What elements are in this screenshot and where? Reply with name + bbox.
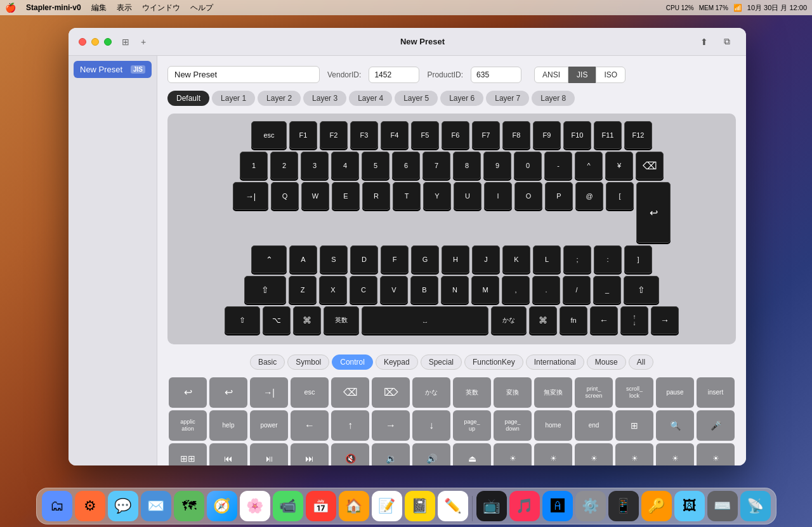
key-o[interactable]: O [514,182,542,210]
key-l[interactable]: L [533,245,561,273]
key-7[interactable]: 7 [422,152,450,179]
tab-layer4[interactable]: Layer 4 [349,91,392,106]
key-arrow-updown[interactable]: ↑↓ [620,306,648,334]
key-caps[interactable]: ⌃ [251,245,287,273]
key-1[interactable]: 1 [240,152,268,179]
dock-safari[interactable]: 🧭 [207,491,237,521]
key-3[interactable]: 3 [301,152,329,179]
ctrl-key-insert[interactable]: insert [697,377,735,408]
dock-launchpad[interactable]: ⚙ [75,491,105,521]
key-f2[interactable]: F2 [320,121,348,149]
key-f3[interactable]: F3 [350,121,378,149]
minimize-button[interactable] [91,38,99,46]
key-f12[interactable]: F12 [624,121,652,149]
ctrl-key-left[interactable]: ← [291,410,329,441]
iso-button[interactable]: ISO [596,67,625,83]
ctrl-key-right[interactable]: → [372,410,410,441]
ctrl-key-bright0[interactable]: ☀ [494,443,532,465]
key-kana[interactable]: かな [491,306,527,334]
dock-keyboard[interactable]: ⌨️ [707,491,738,521]
key-q[interactable]: Q [271,182,299,210]
ctrl-key-bright4[interactable]: ☀ [656,443,694,465]
tab-layer3[interactable]: Layer 3 [303,91,346,106]
key-b[interactable]: B [410,276,438,304]
preset-name-input[interactable] [167,66,320,83]
cat-control[interactable]: Control [332,355,373,370]
key-esc[interactable]: esc [251,121,287,149]
cat-functionkey[interactable]: FunctionKey [464,355,523,370]
menu-view[interactable]: 表示 [117,3,132,13]
key-fn[interactable]: fn [560,306,587,334]
ctrl-key-return[interactable]: ↩ [169,377,207,408]
key-f7[interactable]: F7 [472,121,500,149]
ctrl-key-help[interactable]: help [209,410,247,441]
key-enter[interactable]: ↩ [636,182,671,243]
cat-mouse[interactable]: Mouse [587,355,626,370]
menu-window[interactable]: ウインドウ [142,3,180,13]
ctrl-key-pagedown[interactable]: page_down [494,410,532,441]
key-u[interactable]: U [454,182,481,210]
key-p[interactable]: P [545,182,573,210]
key-f4[interactable]: F4 [381,121,409,149]
ctrl-key-bright1[interactable]: ☀ [534,443,572,465]
key-tab[interactable]: →| [233,182,268,210]
dock-freeform[interactable]: ✏️ [438,491,468,521]
key-kana-shift[interactable]: ⇧ [225,306,260,334]
key-r[interactable]: R [362,182,390,210]
dock-messages[interactable]: 💬 [108,491,138,521]
key-bracket-close[interactable]: ] [624,245,652,273]
key-f6[interactable]: F6 [442,121,469,149]
ansi-button[interactable]: ANSI [534,67,568,83]
key-9[interactable]: 9 [483,152,511,179]
tab-layer6[interactable]: Layer 6 [440,91,483,106]
key-cmd-left[interactable]: ⌘ [293,306,321,334]
key-0[interactable]: 0 [514,152,542,179]
key-k[interactable]: K [502,245,530,273]
ctrl-key-tab[interactable]: →| [250,377,288,408]
key-f10[interactable]: F10 [563,121,591,149]
ctrl-key-scrolllock[interactable]: scroll_lock [615,377,653,408]
dock-appstore[interactable]: 🅰 [542,491,573,521]
cat-international[interactable]: International [526,355,584,370]
cat-special[interactable]: Special [421,355,462,370]
key-eisuu[interactable]: 英数 [324,306,359,334]
key-caret[interactable]: ^ [575,152,603,179]
sidebar-toggle-icon[interactable]: ⊞ [119,36,132,48]
close-button[interactable] [79,38,86,46]
ctrl-key-voldown[interactable]: 🔉 [372,443,410,465]
key-6[interactable]: 6 [392,152,420,179]
key-4[interactable]: 4 [331,152,359,179]
key-f5[interactable]: F5 [411,121,439,149]
ctrl-key-volup[interactable]: 🔊 [412,443,450,465]
ctrl-key-bright2[interactable]: ☀ [575,443,613,465]
key-d[interactable]: D [350,245,378,273]
jis-button[interactable]: JIS [568,67,596,83]
ctrl-key-backspace[interactable]: ⌫ [331,377,369,408]
key-z[interactable]: Z [289,276,317,304]
key-a[interactable]: A [289,245,317,273]
key-e[interactable]: E [332,182,360,210]
key-space[interactable]: ⎵ [362,306,488,334]
key-colon[interactable]: : [594,245,622,273]
key-w[interactable]: W [301,182,329,210]
ctrl-key-mission[interactable]: ⊞ [615,410,653,441]
key-v[interactable]: V [380,276,408,304]
dock-iphone[interactable]: 📱 [608,491,639,521]
tab-layer7[interactable]: Layer 7 [486,91,529,106]
ctrl-key-search[interactable]: 🔍 [656,410,694,441]
ctrl-key-printscreen[interactable]: print_screen [575,377,613,408]
menu-edit[interactable]: 編集 [91,3,107,13]
key-h[interactable]: H [442,245,469,273]
dock-airdrop[interactable]: 📡 [740,491,771,521]
cat-all[interactable]: All [629,355,653,370]
dock-mail[interactable]: ✉️ [141,491,171,521]
key-n[interactable]: N [441,276,469,304]
key-f1[interactable]: F1 [289,121,317,149]
ctrl-key-pause[interactable]: pause [656,377,694,408]
maximize-button[interactable] [104,38,112,46]
dock-facetime[interactable]: 📹 [273,491,303,521]
tab-default[interactable]: Default [167,91,209,106]
key-cmd-right[interactable]: ⌘ [529,306,557,334]
key-underscore[interactable]: _ [593,276,621,304]
ctrl-key-down[interactable]: ↓ [412,410,450,441]
